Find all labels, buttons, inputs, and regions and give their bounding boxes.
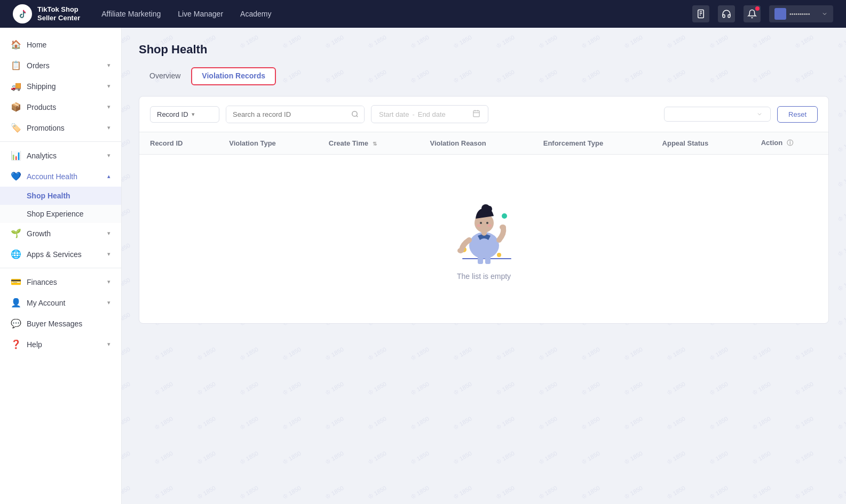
nav-links: Affiliate Marketing Live Manager Academy xyxy=(101,7,692,20)
document-icon-button[interactable] xyxy=(692,5,709,22)
sidebar-item-help[interactable]: ❓ Help ▾ xyxy=(0,334,121,355)
sidebar-item-shipping[interactable]: 🚚 Shipping ▾ xyxy=(0,76,121,97)
nav-academy[interactable]: Academy xyxy=(240,7,271,20)
sidebar-item-my-account[interactable]: 👤 My Account ▾ xyxy=(0,292,121,313)
products-icon: 📦 xyxy=(11,102,21,112)
apps-services-icon: 🌐 xyxy=(11,249,21,259)
sidebar-label-finances: Finances xyxy=(27,278,102,286)
help-icon: ❓ xyxy=(11,339,21,349)
apps-services-chevron: ▾ xyxy=(107,251,110,258)
svg-point-0 xyxy=(16,7,29,20)
promotions-icon: 🏷️ xyxy=(11,123,21,133)
sidebar-label-home: Home xyxy=(27,41,110,49)
sidebar-item-account-health[interactable]: 💙 Account Health ▴ xyxy=(0,166,121,187)
violation-records-table: Record ID Violation Type Create Time ⇅ V… xyxy=(139,132,828,323)
sidebar: 🏠 Home 📋 Orders ▾ 🚚 Shipping ▾ 📦 Product… xyxy=(0,28,122,504)
user-avatar xyxy=(774,8,786,20)
sidebar-item-orders[interactable]: 📋 Orders ▾ xyxy=(0,55,121,76)
table-header-row: Record ID Violation Type Create Time ⇅ V… xyxy=(139,132,828,155)
svg-point-24 xyxy=(477,225,481,227)
svg-point-13 xyxy=(502,213,507,219)
orders-chevron: ▾ xyxy=(107,62,110,69)
action-info-icon[interactable]: ⓘ xyxy=(787,139,793,147)
svg-point-16 xyxy=(457,248,464,253)
svg-point-22 xyxy=(480,222,482,224)
notification-badge xyxy=(755,6,760,11)
nav-affiliate-marketing[interactable]: Affiliate Marketing xyxy=(101,7,161,20)
sidebar-item-finances[interactable]: 💳 Finances ▾ xyxy=(0,271,121,292)
empty-state-row: The list is empty xyxy=(139,155,828,324)
svg-point-25 xyxy=(487,225,492,227)
date-range-picker[interactable]: Start date - End date xyxy=(371,105,488,123)
growth-icon: 🌱 xyxy=(11,228,21,238)
record-id-dropdown[interactable]: Record ID ▾ xyxy=(150,106,219,123)
sidebar-item-growth[interactable]: 🌱 Growth ▾ xyxy=(0,223,121,244)
finances-chevron: ▾ xyxy=(107,278,110,285)
col-violation-type: Violation Type xyxy=(218,132,318,155)
reset-button[interactable]: Reset xyxy=(777,106,818,123)
sidebar-divider-1 xyxy=(0,141,121,142)
search-field-container xyxy=(226,106,365,123)
sidebar-item-home[interactable]: 🏠 Home xyxy=(0,34,121,55)
sidebar-label-products: Products xyxy=(27,103,102,111)
col-appeal-status: Appeal Status xyxy=(652,132,750,155)
search-input[interactable] xyxy=(226,106,346,123)
col-enforcement-type: Enforcement Type xyxy=(533,132,652,155)
promotions-chevron: ▾ xyxy=(107,124,110,131)
sidebar-label-growth: Growth xyxy=(27,229,102,238)
tab-overview[interactable]: Overview xyxy=(139,67,191,85)
user-menu-button[interactable]: •••••••••• xyxy=(769,5,833,22)
status-filter-dropdown[interactable] xyxy=(664,107,771,122)
tab-violation-records[interactable]: Violation Records xyxy=(191,67,276,85)
sidebar-item-apps-services[interactable]: 🌐 Apps & Services ▾ xyxy=(0,244,121,265)
logo-area[interactable]: TikTok Shop Seller Center xyxy=(13,4,80,23)
svg-point-5 xyxy=(352,111,357,116)
nav-right-icons: •••••••••• xyxy=(692,5,833,22)
sidebar-label-promotions: Promotions xyxy=(27,124,102,132)
sidebar-item-analytics[interactable]: 📊 Analytics ▾ xyxy=(0,145,121,166)
svg-point-17 xyxy=(500,225,506,230)
analytics-chevron: ▾ xyxy=(107,152,110,159)
home-icon: 🏠 xyxy=(11,39,21,50)
sidebar-item-shop-health[interactable]: Shop Health xyxy=(0,187,121,205)
sidebar-label-shipping: Shipping xyxy=(27,82,102,91)
help-chevron: ▾ xyxy=(107,341,110,348)
finances-icon: 💳 xyxy=(11,277,21,287)
search-button[interactable] xyxy=(346,106,364,123)
bell-icon-button[interactable] xyxy=(744,5,761,22)
svg-rect-27 xyxy=(485,256,491,264)
shipping-chevron: ▾ xyxy=(107,83,110,90)
headset-icon-button[interactable] xyxy=(718,5,735,22)
record-id-chevron: ▾ xyxy=(192,111,195,118)
filter-bar: Record ID ▾ Start date - End date xyxy=(139,97,828,132)
col-violation-reason: Violation Reason xyxy=(419,132,532,155)
date-end-label: End date xyxy=(418,110,446,118)
svg-point-21 xyxy=(487,206,492,212)
col-action: Action ⓘ xyxy=(750,132,828,155)
growth-chevron: ▾ xyxy=(107,230,110,237)
sidebar-label-account-health: Account Health xyxy=(27,172,102,181)
sidebar-label-apps-services: Apps & Services xyxy=(27,250,102,259)
nav-live-manager[interactable]: Live Manager xyxy=(178,7,223,20)
sidebar-item-shop-experience[interactable]: Shop Experience xyxy=(0,205,121,223)
products-chevron: ▾ xyxy=(107,103,110,110)
calendar-icon xyxy=(472,109,480,119)
sidebar-item-products[interactable]: 📦 Products ▾ xyxy=(0,97,121,117)
date-start-label: Start date xyxy=(379,110,409,118)
sidebar-divider-2 xyxy=(0,268,121,268)
sidebar-sub-account-health: Shop Health Shop Experience xyxy=(0,187,121,223)
sidebar-label-buyer-messages: Buyer Messages xyxy=(27,319,110,328)
col-record-id: Record ID xyxy=(139,132,218,155)
sidebar-item-promotions[interactable]: 🏷️ Promotions ▾ xyxy=(0,117,121,138)
create-time-sort-icon[interactable]: ⇅ xyxy=(373,141,377,147)
sidebar-item-buyer-messages[interactable]: 💬 Buyer Messages xyxy=(0,313,121,334)
date-separator: - xyxy=(412,110,414,118)
my-account-icon: 👤 xyxy=(11,298,21,308)
analytics-icon: 📊 xyxy=(11,150,21,161)
buyer-messages-icon: 💬 xyxy=(11,318,21,329)
svg-point-23 xyxy=(486,222,488,224)
tiktok-logo-icon xyxy=(13,4,32,23)
shipping-icon: 🚚 xyxy=(11,81,21,91)
account-health-icon: 💙 xyxy=(11,171,21,181)
sidebar-label-analytics: Analytics xyxy=(27,151,102,160)
